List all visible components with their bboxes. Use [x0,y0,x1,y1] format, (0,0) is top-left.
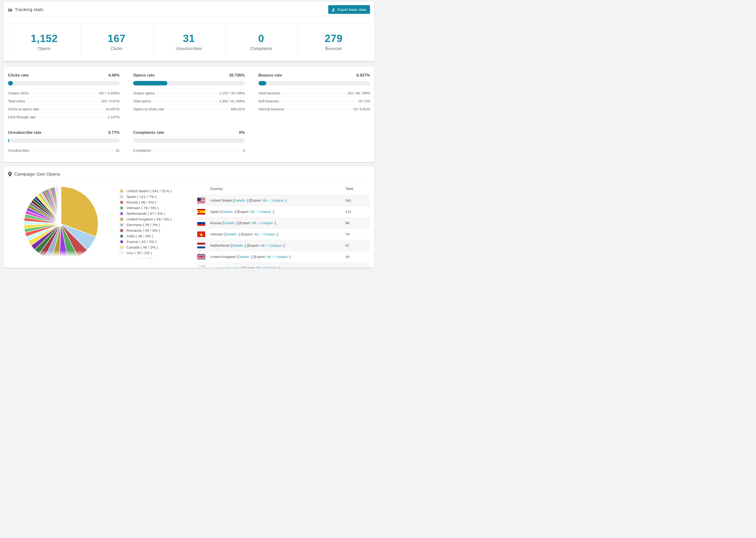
rate-row-value: 689.82% [231,107,244,111]
legend-item-vietnam[interactable]: Vietnam ( 79 / 5% ) [120,206,190,210]
export-all-link[interactable]: All › [256,266,262,268]
flag-ru [197,220,205,226]
export-basic-stats-button[interactable]: Export basic stats [328,5,370,14]
rate-block-complaints-rate: Complaints rate0%Complaints0 [133,130,244,152]
flag-vn [197,232,205,237]
stat-value: 31 [153,32,225,44]
export-unique-link[interactable]: Unique › [270,243,284,247]
legend-swatch [120,251,124,255]
legend-item-italy[interactable]: Italy ( 36 / 2% ) [120,251,190,255]
rate-row-value: 242 / 86.738% [347,91,370,95]
rate-row-label: Internal bounces [258,107,285,111]
dotted-leader [281,101,356,102]
rate-progress-fill [133,81,167,85]
export-unique-link[interactable]: Unique › [272,198,286,202]
flag-gb [197,254,205,260]
legend-item-south-africa[interactable]: South Africa ( 29 / 2% ) [120,262,190,266]
export-all-link[interactable]: All › [267,255,273,259]
rate-rows: Unique clicks167 / 4.456%Total clicks220… [8,91,120,119]
legend-label: Italy ( 36 / 2% ) [127,251,152,255]
export-unique-link[interactable]: Unique › [276,255,290,259]
details-link[interactable]: Details › [227,266,241,268]
tracking-stats-title: Tracking stats [8,7,43,12]
details-link[interactable]: Details › [234,198,247,202]
details-link[interactable]: Details › [221,210,235,214]
rate-block-unsubscribe-rate: Unsubscribe rate0.77%Unsubscribes31 [8,130,120,152]
rate-row-label: Complaints [133,148,151,152]
export-unique-link[interactable]: Unique › [263,232,277,236]
legend-item-russia[interactable]: Russia ( 86 / 5% ) [120,200,190,204]
legend-item-canada[interactable]: Canada ( 40 / 2% ) [120,245,190,249]
export-all-link[interactable]: All › [261,243,267,247]
dotted-leader [286,109,352,110]
legend-label: Spain ( 121 / 7% ) [127,194,157,199]
legend-item-netherlands[interactable]: Netherlands ( 67 / 4% ) [120,211,190,216]
export-separator: / [273,255,276,259]
total-cell: 59 [345,255,370,259]
rate-progress-fill [8,138,9,143]
total-cell: 121 [345,210,370,214]
legend-item-brazil[interactable]: Brazil ( 33 / 2% ) [120,256,190,261]
campaign-geo-opens-card: Campaign Geo Opens United States ( 541 /… [4,166,374,268]
total-cell: 541 [345,198,370,202]
stat-cell-bounces: 279Bounces [297,24,370,61]
legend-label: Russia ( 86 / 5% ) [127,200,156,204]
details-link[interactable]: Details › [225,232,239,236]
legend-swatch [120,245,124,249]
rate-row-label: Clicks to opens rate [8,107,39,111]
legend-item-germany[interactable]: Germany ( 55 / 3% ) [120,223,190,227]
rate-row-label: Unique clicks [8,91,28,95]
legend-item-spain[interactable]: Spain ( 121 / 7% ) [120,194,190,199]
rate-progress-bar [258,81,370,85]
rate-row-label: Click through rate [8,115,36,119]
export-unique-link[interactable]: Unique › [265,266,279,268]
rate-row-click-through-rate: Click through rate4.147% [8,115,120,119]
export-all-link[interactable]: All › [252,221,258,225]
export-icon [332,8,336,12]
dotted-leader [153,101,217,102]
dotted-leader [166,109,229,110]
export-all-link[interactable]: All › [250,210,257,214]
geo-country-table: Country Total United States [Details ›] … [197,182,370,268]
legend-item-united-states[interactable]: United States ( 541 / 31% ) [120,189,190,193]
export-unique-link[interactable]: Unique › [259,210,273,214]
details-link[interactable]: Details › [232,243,245,247]
details-link[interactable]: Details › [223,221,237,225]
stat-value: 1,152 [8,32,80,44]
rate-row-value: 2,303 / 61.446% [219,99,244,103]
legend-item-united-kingdom[interactable]: United Kingdom ( 59 / 3% ) [120,217,190,221]
geo-title-text: Campaign Geo Opens [14,172,60,177]
legend-item-india[interactable]: India ( 46 / 3% ) [120,234,190,238]
country-cell: United States [Details ›] [Export: All ›… [210,198,345,202]
rate-rows: Unique opens1,152 / 30.736%Total opens2,… [133,91,244,111]
total-cell: 79 [345,232,370,237]
country-cell: Russia [Details ›] [Export: All › / Uniq… [210,221,345,225]
stat-label: Complaints [225,46,297,51]
export-all-link[interactable]: All › [254,232,261,236]
total-cell: 86 [345,221,370,225]
stat-label: Unsubscribes [153,46,225,51]
tracking-stats-title-text: Tracking stats [15,7,43,12]
rate-row-label: Total opens [133,99,151,103]
rate-rows: Unsubscribes31 [8,148,120,152]
table-row-netherlands: Netherlands [Details ›] [Export: All › /… [197,240,370,251]
legend-swatch [120,200,124,204]
dotted-leader [27,101,99,102]
export-unique-link[interactable]: Unique › [261,221,275,225]
legend-item-romania[interactable]: Romania ( 49 / 3% ) [120,228,190,233]
details-link[interactable]: Details › [238,255,251,259]
rate-rows: Complaints0 [133,148,244,152]
rates-grid: Clicks rate4.46%Unique clicks167 / 4.456… [8,73,370,152]
geo-table-header-total: Total [345,187,370,191]
rate-title: Bounce rate [258,73,282,78]
dotted-leader [30,93,97,94]
rate-row-unique-clicks: Unique clicks167 / 4.456% [8,91,120,95]
legend-label: Brazil ( 33 / 2% ) [127,256,154,261]
dotted-leader [282,93,346,94]
stat-label: Clicks [81,46,153,51]
rate-value: 4.46% [108,73,120,78]
export-all-link[interactable]: All › [263,198,269,202]
legend-item-france[interactable]: France ( 42 / 2% ) [120,240,190,244]
legend-label: Germany ( 55 / 3% ) [127,223,160,227]
rate-value: 30.736% [229,73,245,78]
